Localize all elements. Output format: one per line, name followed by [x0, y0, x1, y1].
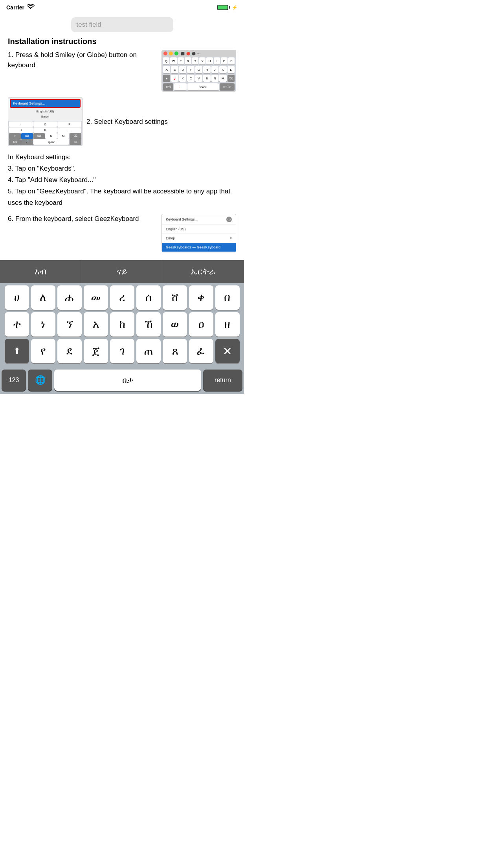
kb-key-ain[interactable]: ዐ — [189, 312, 213, 337]
step6-keyboard-settings: Keyboard Settings... ⓘ — [162, 214, 236, 225]
instructions-block: In Keyboard settings:3. Tap on "Keyboard… — [8, 152, 236, 208]
mini-key-p: P — [228, 57, 235, 64]
kb-key-ha[interactable]: ሀ — [5, 285, 29, 310]
kb-icon-red: 🔴 — [186, 52, 190, 55]
kb-key-ta[interactable]: ተ — [5, 312, 29, 337]
kb-key-ka[interactable]: ከ — [110, 312, 134, 337]
kb-key-tsa[interactable]: ጸ — [163, 339, 187, 363]
mini-key-z-arrow: ↙ — [171, 75, 178, 82]
mini-key-smiley: ← — [174, 83, 187, 90]
step2-text: 2. Select Keyboard settings — [86, 117, 236, 127]
status-bar: Carrier ⚡ — [0, 0, 244, 14]
geez-tab-ab-label: አብ — [35, 267, 46, 277]
kb-key-qa[interactable]: ቀ — [189, 285, 213, 310]
kb-key-kha[interactable]: ኸ — [136, 312, 161, 337]
kb-key-hha[interactable]: ሐ — [57, 285, 82, 310]
mini-key-delete: ⌫ — [227, 75, 235, 82]
globe-key[interactable]: 🌐 — [28, 370, 52, 391]
kb-key-fa[interactable]: ፈ — [189, 339, 213, 363]
step6-emoji-label: Emoji — [166, 236, 175, 240]
info-badge: ⓘ — [226, 217, 232, 222]
shift-button[interactable]: ⬆ — [5, 339, 29, 363]
delete-icon: ✕ — [223, 345, 232, 358]
psk-123b: 123 — [9, 139, 21, 145]
geez-tab-ab[interactable]: አብ — [0, 260, 81, 283]
psrow3: ⇧ ⌨ ⌨ N M ⌫ — [9, 133, 81, 139]
step6-ks-label: Keyboard Settings... — [166, 217, 198, 221]
mini-key-s: S — [171, 66, 178, 73]
psk-m: M — [57, 133, 69, 139]
psk-j: J — [9, 127, 33, 133]
mini-key-e: E — [178, 57, 184, 64]
test-field-placeholder: test field — [77, 21, 101, 29]
step1-text: 1. Press & hold Smiley (or Globe) button… — [8, 50, 158, 70]
mini-key-u: U — [206, 57, 213, 64]
kb-key-ma[interactable]: መ — [84, 285, 108, 310]
return-key[interactable]: return — [203, 370, 242, 391]
mini-row-z: ♠ ↙ X C V B N M ⌫ — [162, 74, 236, 83]
kb-icon-row: ⬛ 🔴 ⚫ ••• — [162, 50, 236, 57]
popup-mock: Keyboard Settings... English (US) Emoji — [8, 97, 82, 121]
kb-key-ga[interactable]: ገ — [110, 339, 134, 363]
mini-key-o: O — [221, 57, 227, 64]
space-key[interactable]: በታ — [54, 370, 201, 391]
kb-key-ra[interactable]: ረ — [110, 285, 134, 310]
psk-kb2: ⌨ — [33, 133, 45, 139]
psk-i: I — [9, 121, 33, 127]
step6-geez: GeezKeyboard2 — GeezKeyboard — [162, 243, 236, 252]
psrow2: J K L — [9, 127, 81, 133]
mini-key-v: V — [195, 75, 202, 82]
step2-row: Keyboard Settings... English (US) Emoji … — [8, 97, 236, 146]
mini-key-g: G — [195, 66, 202, 73]
geez-tab-eritrea[interactable]: ኤርትራ — [163, 260, 244, 283]
test-field[interactable]: test field — [71, 17, 173, 32]
step6-eng-label: English (US) — [166, 227, 186, 231]
mini-key-m: M — [219, 75, 226, 82]
kb-key-wa[interactable]: ወ — [163, 312, 187, 337]
test-field-container: test field — [0, 14, 244, 35]
geez-tab-nay[interactable]: ናይ — [81, 260, 163, 283]
kb-key-ja[interactable]: ጀ — [84, 339, 108, 363]
psk-p: P — [57, 121, 81, 127]
kb-icon-pay: ⬛ — [181, 52, 185, 55]
kb-key-aa[interactable]: አ — [84, 312, 108, 337]
kb-key-sa[interactable]: ሰ — [136, 285, 161, 310]
mini-key-l: L — [227, 66, 235, 73]
mini-key-f: F — [187, 66, 194, 73]
kb-key-sha[interactable]: ሸ — [163, 285, 187, 310]
mini-key-123: 123 — [163, 83, 173, 90]
mini-key-w: W — [170, 57, 176, 64]
keyboard-bottom-bar: 123 🌐 በታ return — [0, 368, 244, 394]
instructions-text: In Keyboard settings:3. Tap on "Keyboard… — [8, 153, 230, 206]
num-key[interactable]: 123 — [2, 370, 26, 391]
mini-key-h: H — [203, 66, 210, 73]
step1-row: 1. Press & hold Smiley (or Globe) button… — [8, 50, 236, 92]
mini-key-k: K — [219, 66, 226, 73]
mini-key-q: Q — [163, 57, 169, 64]
kb-key-tha[interactable]: ጠ — [136, 339, 161, 363]
mini-key-shift: ♠ — [163, 75, 170, 82]
mini-key-y: Y — [199, 57, 205, 64]
kb-key-da[interactable]: ደ — [57, 339, 82, 363]
popup-emoji: Emoji — [10, 114, 81, 119]
globe-icon: 🌐 — [35, 375, 46, 385]
kb-key-ya[interactable]: የ — [31, 339, 55, 363]
step6-text: 6. From the keyboard, select GeezKeyboar… — [8, 214, 158, 224]
status-right: ⚡ — [217, 5, 238, 10]
delete-button[interactable]: ✕ — [215, 339, 240, 363]
mini-key-c: C — [187, 75, 194, 82]
mini-key-d: D — [179, 66, 186, 73]
mini-key-t: T — [192, 57, 198, 64]
kb-key-za[interactable]: ዘ — [215, 312, 240, 337]
mini-key-i: I — [214, 57, 220, 64]
kb-key-nya[interactable]: ኘ — [57, 312, 82, 337]
kb-key-na[interactable]: ነ — [31, 312, 55, 337]
kb-key-ba[interactable]: በ — [215, 285, 240, 310]
kb-key-la[interactable]: ለ — [31, 285, 55, 310]
space-label: በታ — [123, 376, 133, 385]
mini-key-a: A — [163, 66, 170, 73]
mini-row-q: Q W E R T Y U I O P — [162, 57, 236, 65]
mini-key-x: X — [179, 75, 186, 82]
mini-key-b: B — [203, 75, 210, 82]
battery-body — [217, 5, 228, 10]
